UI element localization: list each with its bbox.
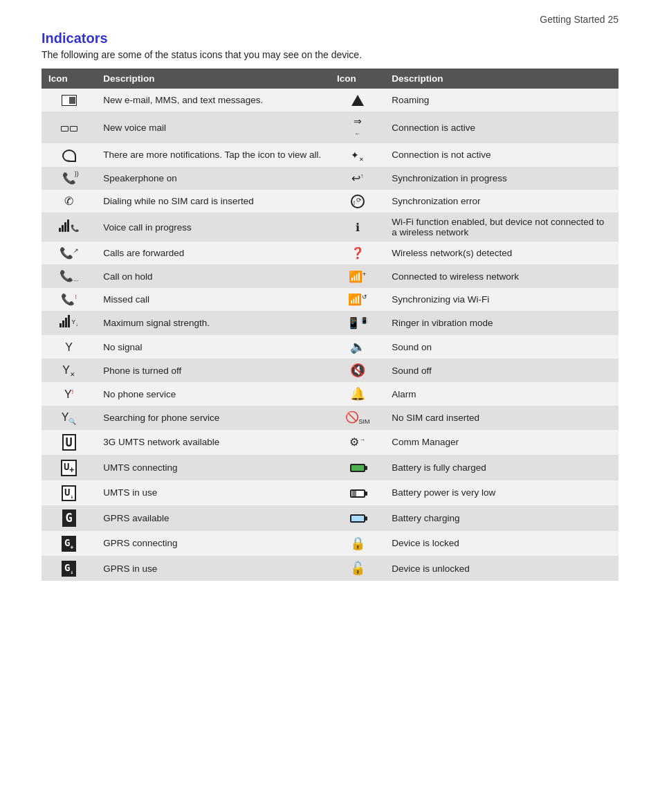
table-row: G+ GPRS connecting 🔒 Device is locked <box>42 531 618 556</box>
icon-right-14: ⚙→ <box>330 430 385 455</box>
table-row: U↓ UMTS in use Battery power is very low <box>42 480 618 505</box>
icon-left-8: 📞! <box>42 288 96 311</box>
table-row: G GPRS available Battery charging <box>42 505 618 530</box>
icon-right-18: 🔒 <box>330 531 385 556</box>
desc-right-13: No SIM card inserted <box>385 406 618 429</box>
desc-right-15: Battery is fully charged <box>385 455 618 480</box>
col-icon2: Icon <box>330 69 385 89</box>
table-row: 📞↗ Calls are forwarded ❓ Wireless networ… <box>42 242 618 264</box>
icon-left-6: 📞↗ <box>42 242 96 264</box>
icon-left-1 <box>42 111 96 143</box>
page-number: Getting Started 25 <box>42 14 618 25</box>
icon-left-16: U↓ <box>42 480 96 505</box>
table-row: ✆ Dialing while no SIM card is inserted … <box>42 190 618 213</box>
icon-right-5: ℹ <box>330 213 385 242</box>
desc-left-19: GPRS in use <box>96 556 330 581</box>
desc-right-7: Connected to wireless network <box>385 264 618 288</box>
icon-left-18: G+ <box>42 531 96 556</box>
table-row: 📞)) Speakerphone on ↩↑ Synchronization i… <box>42 167 618 190</box>
table-row: Y🔍 Searching for phone service 🚫SIM No S… <box>42 406 618 429</box>
table-row: ··· There are more notifications. Tap th… <box>42 143 618 167</box>
icon-right-3: ↩↑ <box>330 167 385 190</box>
desc-right-10: Sound on <box>385 335 618 359</box>
icon-left-7: 📞··· <box>42 264 96 288</box>
icon-left-19: G↓ <box>42 556 96 581</box>
table-row: U+ UMTS connecting Battery is fully char… <box>42 455 618 480</box>
icon-left-11: Y✕ <box>42 359 96 382</box>
icon-right-2: ✦✕ <box>330 143 385 167</box>
desc-left-14: 3G UMTS network available <box>96 430 330 455</box>
desc-left-4: Dialing while no SIM card is inserted <box>96 190 330 213</box>
icon-left-12: Y! <box>42 382 96 406</box>
icon-left-4: ✆ <box>42 190 96 213</box>
desc-left-12: No phone service <box>96 382 330 406</box>
desc-right-16: Battery power is very low <box>385 480 618 505</box>
desc-left-3: Speakerphone on <box>96 167 330 190</box>
table-row: U 3G UMTS network available ⚙→ Comm Mana… <box>42 430 618 455</box>
desc-right-14: Comm Manager <box>385 430 618 455</box>
table-row: New voice mail ⇒← Connection is active <box>42 111 618 143</box>
icon-left-5: 📞 <box>42 213 96 242</box>
desc-left-13: Searching for phone service <box>96 406 330 429</box>
desc-left-11: Phone is turned off <box>96 359 330 382</box>
desc-right-4: Synchronization error <box>385 190 618 213</box>
section-subtitle: The following are some of the status ico… <box>42 49 618 60</box>
desc-left-9: Maximum signal strength. <box>96 311 330 335</box>
desc-right-2: Connection is not active <box>385 143 618 167</box>
icon-right-0 <box>330 89 385 111</box>
icon-right-10: 🔈 <box>330 335 385 359</box>
desc-right-9: Ringer in vibration mode <box>385 311 618 335</box>
icon-right-8: 📶↺ <box>330 288 385 311</box>
icon-right-16 <box>330 480 385 505</box>
desc-right-11: Sound off <box>385 359 618 382</box>
desc-right-8: Synchronizing via Wi-Fi <box>385 288 618 311</box>
icon-left-15: U+ <box>42 455 96 480</box>
desc-right-1: Connection is active <box>385 111 618 143</box>
desc-right-6: Wireless network(s) detected <box>385 242 618 264</box>
icon-left-17: G <box>42 505 96 530</box>
col-desc2: Description <box>385 69 618 89</box>
icon-right-11: 🔇 <box>330 359 385 382</box>
icon-right-9: 📱📳 <box>330 311 385 335</box>
desc-left-18: GPRS connecting <box>96 531 330 556</box>
table-row: Y! No phone service 🔔 Alarm <box>42 382 618 406</box>
section-title: Indicators <box>42 30 618 46</box>
table-row: Y No signal 🔈 Sound on <box>42 335 618 359</box>
table-row: 📞··· Call on hold 📶+ Connected to wirele… <box>42 264 618 288</box>
desc-right-19: Device is unlocked <box>385 556 618 581</box>
desc-right-18: Device is locked <box>385 531 618 556</box>
table-row: G↓ GPRS in use 🔓 Device is unlocked <box>42 556 618 581</box>
icon-right-6: ❓ <box>330 242 385 264</box>
icon-right-19: 🔓 <box>330 556 385 581</box>
icon-right-12: 🔔 <box>330 382 385 406</box>
table-row: Y✕ Phone is turned off 🔇 Sound off <box>42 359 618 382</box>
icon-left-0 <box>42 89 96 111</box>
icon-left-2: ··· <box>42 143 96 167</box>
icon-right-17 <box>330 505 385 530</box>
desc-right-5: Wi-Fi function enabled, but device not c… <box>385 213 618 242</box>
desc-right-0: Roaming <box>385 89 618 111</box>
icon-left-13: Y🔍 <box>42 406 96 429</box>
desc-left-7: Call on hold <box>96 264 330 288</box>
indicators-table: Icon Description Icon Description New e-… <box>42 69 618 581</box>
desc-left-1: New voice mail <box>96 111 330 143</box>
icon-left-3: 📞)) <box>42 167 96 190</box>
table-row: 📞 Voice call in progress ℹ Wi-Fi functio… <box>42 213 618 242</box>
desc-left-10: No signal <box>96 335 330 359</box>
icon-left-14: U <box>42 430 96 455</box>
table-row: 📞! Missed call 📶↺ Synchronizing via Wi-F… <box>42 288 618 311</box>
icon-right-1: ⇒← <box>330 111 385 143</box>
desc-right-12: Alarm <box>385 382 618 406</box>
icon-right-7: 📶+ <box>330 264 385 288</box>
icon-right-4: ⟳! <box>330 190 385 213</box>
desc-left-2: There are more notifications. Tap the ic… <box>96 143 330 167</box>
desc-left-8: Missed call <box>96 288 330 311</box>
desc-left-5: Voice call in progress <box>96 213 330 242</box>
icon-right-15 <box>330 455 385 480</box>
desc-right-3: Synchronization in progress <box>385 167 618 190</box>
icon-left-10: Y <box>42 335 96 359</box>
table-row: New e-mail, MMS, and text messages. Roam… <box>42 89 618 111</box>
desc-left-6: Calls are forwarded <box>96 242 330 264</box>
icon-right-13: 🚫SIM <box>330 406 385 429</box>
desc-right-17: Battery charging <box>385 505 618 530</box>
